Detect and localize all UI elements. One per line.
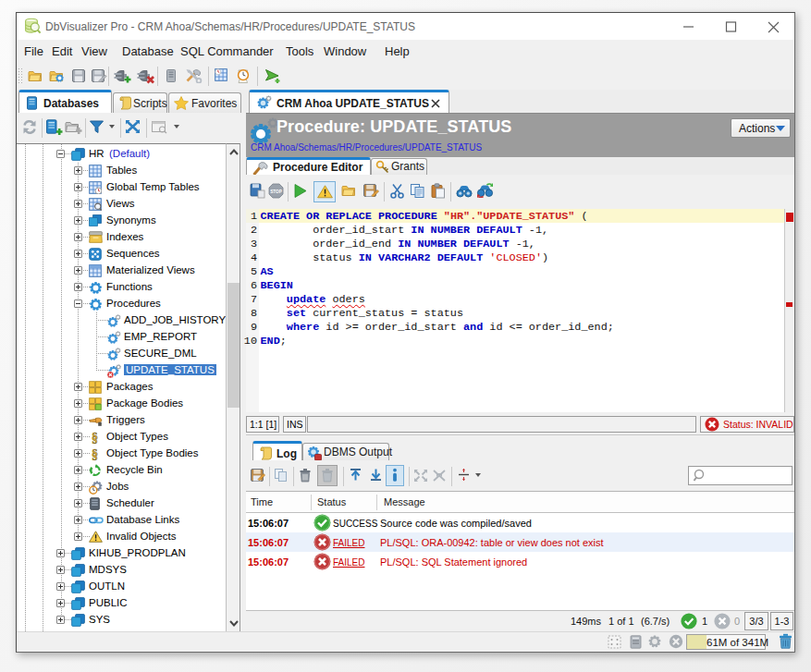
svg-text:§: § — [92, 447, 98, 460]
svg-text:STOP: STOP — [270, 189, 281, 194]
svg-text:§: § — [92, 431, 98, 444]
